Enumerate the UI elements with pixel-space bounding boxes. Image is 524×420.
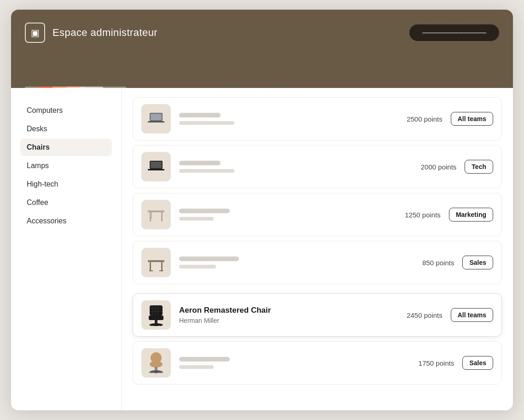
svg-rect-22	[155, 320, 157, 324]
header-content: ▣ Espace administrateur ──────────────	[25, 23, 499, 43]
svg-rect-15	[150, 305, 163, 315]
product-points-5: 2450 points	[407, 311, 442, 319]
sidebar-item-coffee[interactable]: Coffee	[20, 194, 112, 211]
svg-rect-8	[161, 212, 163, 222]
product-points-3: 1250 points	[405, 211, 441, 219]
product-thumb-2	[141, 152, 171, 181]
product-name-bar-1	[179, 113, 221, 117]
svg-rect-9	[151, 212, 152, 219]
svg-rect-1	[151, 114, 162, 120]
product-team-badge-5[interactable]: All teams	[451, 308, 493, 322]
product-card-4[interactable]: 850 points Sales	[133, 241, 502, 284]
app-container: ▣ Espace administrateur ──────────────	[11, 10, 513, 410]
product-points-4: 850 points	[422, 259, 454, 267]
product-info-6	[179, 357, 419, 369]
product-list: 2500 points All teams	[133, 97, 502, 385]
product-team-badge-1[interactable]: All teams	[451, 112, 493, 126]
product-name-bar-3	[179, 209, 230, 213]
product-team-badge-3[interactable]: Marketing	[449, 208, 493, 222]
product-thumb-5	[141, 300, 171, 330]
sidebar-item-high-tech[interactable]: High-tech	[20, 175, 112, 193]
product-sub-bar-1	[179, 121, 234, 125]
product-points-1: 2500 points	[407, 115, 442, 123]
svg-rect-4	[151, 162, 162, 168]
product-card-3[interactable]: 1250 points Marketing	[133, 193, 502, 236]
header: ▣ Espace administrateur ──────────────	[11, 10, 513, 88]
svg-rect-10	[148, 260, 164, 262]
product-card-1[interactable]: 2500 points All teams	[133, 97, 502, 140]
sidebar-item-lamps[interactable]: Lamps	[20, 157, 112, 175]
product-thumb-1	[141, 104, 171, 134]
logo-symbol: ▣	[31, 27, 40, 38]
svg-rect-13	[149, 270, 153, 271]
product-name-bar-6	[179, 357, 230, 362]
product-card-5[interactable]: Aeron Remastered Chair Herman Miller 245…	[133, 293, 502, 337]
product-subtitle-5: Herman Miller	[179, 317, 407, 324]
svg-rect-2	[148, 121, 164, 122]
svg-point-30	[150, 361, 163, 368]
product-info-2	[179, 161, 421, 173]
sidebar-item-desks[interactable]: Desks	[20, 120, 112, 138]
product-name-5: Aeron Remastered Chair	[179, 306, 407, 315]
svg-line-33	[150, 371, 151, 373]
main-content: 2500 points All teams	[122, 88, 513, 410]
sidebar-item-accessories[interactable]: Accessories	[20, 212, 112, 230]
header-button-label: ──────────────	[422, 29, 486, 36]
svg-line-34	[162, 371, 163, 373]
product-card-6[interactable]: 1750 points Sales	[133, 341, 502, 385]
product-points-6: 1750 points	[419, 359, 454, 367]
product-info-4	[179, 257, 422, 268]
product-team-badge-2[interactable]: Tech	[465, 160, 493, 174]
sidebar: Computers Desks Chairs Lamps High-tech C…	[11, 88, 122, 410]
product-team-badge-4[interactable]: Sales	[462, 256, 493, 269]
product-name-bar-2	[179, 161, 221, 165]
svg-rect-21	[149, 315, 163, 320]
header-nav	[25, 71, 80, 88]
product-points-2: 2000 points	[421, 163, 457, 171]
svg-rect-5	[148, 169, 164, 170]
sidebar-item-chairs[interactable]: Chairs	[20, 139, 112, 156]
svg-rect-31	[155, 367, 157, 371]
product-thumb-3	[141, 200, 171, 229]
product-sub-bar-4	[179, 265, 216, 268]
svg-rect-11	[150, 262, 151, 270]
product-sub-bar-6	[179, 365, 214, 369]
product-sub-bar-2	[179, 169, 234, 173]
product-info-5: Aeron Remastered Chair Herman Miller	[179, 306, 407, 324]
product-card-2[interactable]: 2000 points Tech	[133, 145, 502, 188]
sidebar-item-computers[interactable]: Computers	[20, 102, 112, 119]
product-name-bar-4	[179, 257, 239, 261]
svg-rect-6	[148, 210, 164, 212]
header-button[interactable]: ──────────────	[409, 24, 499, 41]
svg-rect-12	[161, 262, 163, 270]
product-team-badge-6[interactable]: Sales	[462, 356, 493, 370]
product-sub-bar-3	[179, 217, 214, 221]
logo-icon: ▣	[25, 23, 45, 43]
nav-tab-bar-5	[80, 87, 126, 88]
product-thumb-6	[141, 348, 171, 378]
product-info-1	[179, 113, 407, 125]
svg-rect-14	[159, 270, 163, 271]
product-thumb-4	[141, 248, 171, 277]
header-title: Espace administrateur	[52, 27, 157, 39]
body: Computers Desks Chairs Lamps High-tech C…	[11, 88, 513, 410]
product-info-3	[179, 209, 405, 221]
header-left: ▣ Espace administrateur	[25, 23, 157, 43]
